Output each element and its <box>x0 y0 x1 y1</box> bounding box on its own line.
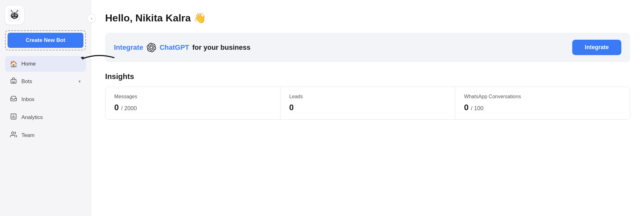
bots-icon <box>9 77 18 86</box>
messages-value: 0 / 2000 <box>114 103 271 112</box>
messages-card: Messages 0 / 2000 <box>105 87 280 119</box>
integrate-button[interactable]: Integrate <box>572 40 621 55</box>
main-content: Hello, Nikita Kalra 👋 Integrate ChatGPT … <box>91 0 644 216</box>
svg-point-5 <box>15 14 17 15</box>
app-logo <box>5 6 24 25</box>
whatsapp-value: 0 / 100 <box>464 103 621 112</box>
sidebar: Create New Bot 🏠 Home Bots ▼ <box>0 0 91 216</box>
insights-title: Insights <box>105 72 630 81</box>
banner-chatgpt-text: ChatGPT <box>160 43 189 52</box>
sidebar-item-home-label: Home <box>21 61 36 67</box>
whatsapp-label: WhatsApp Conversations <box>464 94 621 99</box>
svg-point-13 <box>14 81 15 82</box>
create-new-bot-button[interactable]: Create New Bot <box>8 33 83 48</box>
insights-cards: Messages 0 / 2000 Leads 0 WhatsApp Conve… <box>105 87 630 120</box>
sidebar-item-home[interactable]: 🏠 Home <box>5 56 86 72</box>
leads-card: Leads 0 <box>280 87 455 119</box>
svg-point-12 <box>12 81 13 82</box>
inbox-icon <box>9 95 18 104</box>
banner-integrate-text: Integrate <box>114 43 143 52</box>
sidebar-item-analytics[interactable]: Analytics <box>5 109 86 126</box>
messages-label: Messages <box>114 94 271 99</box>
svg-point-1 <box>11 13 18 19</box>
chatgpt-icon <box>146 43 156 53</box>
chatgpt-banner: Integrate ChatGPT for your business Inte… <box>105 33 630 62</box>
sidebar-item-team-label: Team <box>21 132 35 139</box>
svg-point-4 <box>12 14 14 15</box>
svg-point-9 <box>17 10 18 11</box>
sidebar-item-inbox[interactable]: Inbox <box>5 91 86 108</box>
svg-rect-11 <box>11 79 16 83</box>
leads-value: 0 <box>289 103 446 112</box>
svg-point-19 <box>12 132 14 134</box>
bots-chevron-icon: ▼ <box>78 79 82 84</box>
leads-label: Leads <box>289 94 446 99</box>
sidebar-item-inbox-label: Inbox <box>21 96 35 103</box>
create-bot-wrapper: Create New Bot <box>5 30 86 50</box>
sidebar-nav: 🏠 Home Bots ▼ <box>5 56 86 145</box>
sidebar-item-bots-label: Bots <box>21 78 32 85</box>
sidebar-item-bots[interactable]: Bots ▼ <box>5 73 86 90</box>
banner-suffix-text: for your business <box>192 43 251 52</box>
home-icon: 🏠 <box>9 60 18 68</box>
banner-text: Integrate ChatGPT for your business <box>114 43 251 53</box>
sidebar-item-analytics-label: Analytics <box>21 114 43 121</box>
analytics-icon <box>9 113 18 122</box>
team-icon <box>9 131 18 139</box>
page-greeting: Hello, Nikita Kalra 👋 <box>105 12 630 24</box>
svg-point-7 <box>11 10 12 11</box>
sidebar-collapse-button[interactable]: ‹ <box>87 14 96 23</box>
whatsapp-card: WhatsApp Conversations 0 / 100 <box>455 87 630 119</box>
sidebar-item-team[interactable]: Team <box>5 127 86 144</box>
